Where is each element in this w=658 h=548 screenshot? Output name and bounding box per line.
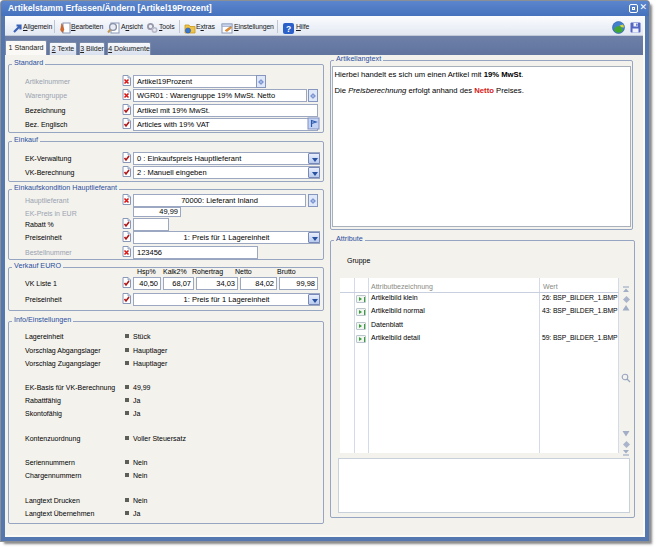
svg-text:?: ? (286, 23, 291, 33)
